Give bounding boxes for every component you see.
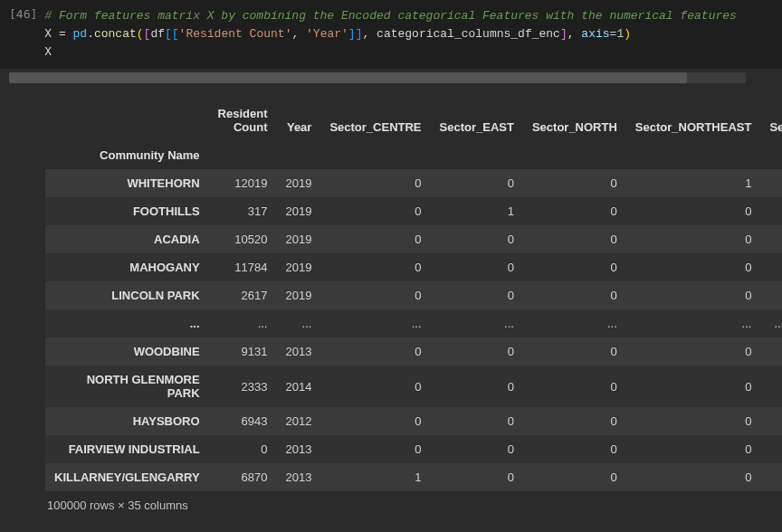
row-index: WOODBINE: [45, 337, 209, 366]
table-row: LINCOLN PARK261720190000: [45, 281, 782, 309]
table-row: ACADIA1052020190000: [45, 225, 782, 253]
cell-value: ...: [276, 309, 320, 337]
row-index: ...: [45, 309, 209, 337]
cell-value: [760, 407, 782, 435]
tok: ,: [567, 27, 582, 41]
code-comment: # Form features matrix X by combining th…: [44, 9, 737, 23]
cell-value: 317: [209, 197, 277, 225]
cell-value: [760, 463, 782, 491]
cell-value: 0: [320, 407, 430, 435]
tok: 'Year': [306, 27, 348, 41]
cell-value: [760, 435, 782, 463]
cell-value: 2014: [276, 366, 320, 407]
cell-value: [760, 337, 782, 366]
cell-value: 2019: [276, 169, 320, 197]
col-header: Sector_CENTRE: [320, 100, 430, 141]
cell-value: 2333: [209, 366, 277, 407]
cell-value: 0: [431, 225, 523, 253]
cell-value: [760, 253, 782, 281]
row-index: ACADIA: [45, 225, 209, 253]
cell-value: 0: [431, 169, 523, 197]
row-index: LINCOLN PARK: [45, 281, 209, 309]
cell-prompt: [46]: [0, 7, 44, 62]
index-name: Community Name: [45, 141, 209, 169]
cell-value: 2019: [276, 253, 320, 281]
tok: =: [52, 27, 72, 41]
cell-value: 2019: [276, 225, 320, 253]
cell-value: 2019: [276, 197, 320, 225]
cell-value: 2019: [276, 281, 320, 309]
cell-value: 0: [431, 366, 523, 407]
cell-value: ...: [209, 309, 277, 337]
tok: ): [624, 27, 631, 41]
tok: ]: [560, 27, 567, 41]
cell-value: 0: [523, 435, 626, 463]
cell-value: 12019: [209, 169, 277, 197]
cell-value: 0: [320, 435, 430, 463]
row-index: KILLARNEY/GLENGARRY: [45, 463, 209, 491]
cell-value: 10520: [209, 225, 277, 253]
cell-value: 0: [320, 337, 430, 366]
code-cell[interactable]: [46] # Form features matrix X by combini…: [0, 0, 782, 69]
cell-value: 0: [626, 435, 761, 463]
cell-value: ...: [320, 309, 430, 337]
table-row: MAHOGANY1178420190000: [45, 253, 782, 281]
cell-value: ...: [431, 309, 523, 337]
cell-value: 2013: [276, 463, 320, 491]
cell-value: 0: [431, 281, 523, 309]
cell-value: 11784: [209, 253, 277, 281]
cell-value: 0: [431, 435, 523, 463]
cell-value: 9131: [209, 337, 277, 366]
cell-value: 6943: [209, 407, 277, 435]
cell-value: 0: [523, 197, 626, 225]
cell-value: 0: [626, 253, 761, 281]
tok: .: [87, 27, 94, 41]
tok: X: [44, 27, 52, 41]
col-header: Sector_NORTH: [523, 100, 626, 141]
col-header: ResidentCount: [209, 100, 277, 141]
horizontal-scrollbar[interactable]: [9, 72, 746, 83]
table-row: WHITEHORN1201920190001: [45, 169, 782, 197]
table-row: FOOTHILLS31720190100: [45, 197, 782, 225]
cell-value: 0: [523, 281, 626, 309]
code-area[interactable]: # Form features matrix X by combining th…: [44, 7, 782, 62]
tok: concat: [94, 27, 137, 41]
cell-value: [760, 366, 782, 407]
cell-value: [760, 197, 782, 225]
row-index: FAIRVIEW INDUSTRIAL: [45, 435, 209, 463]
cell-value: 1: [320, 463, 430, 491]
tok: ]]: [348, 27, 363, 41]
row-index: FOOTHILLS: [45, 197, 209, 225]
cell-value: 0: [431, 407, 523, 435]
cell-value: 0: [626, 225, 761, 253]
cell-value: 2013: [276, 337, 320, 366]
cell-value: 0: [523, 366, 626, 407]
cell-value: 0: [523, 169, 626, 197]
cell-value: 0: [320, 281, 430, 309]
cell-value: 0: [431, 337, 523, 366]
cell-value: ...: [760, 309, 782, 337]
cell-value: 1: [626, 169, 761, 197]
cell-value: [760, 281, 782, 309]
tok: X: [44, 45, 52, 59]
tok: 'Resident Count': [179, 27, 292, 41]
tok: ,: [291, 27, 306, 41]
dataframe-table: ResidentCount Year Sector_CENTRE Sector_…: [45, 100, 782, 491]
cell-value: 0: [626, 407, 761, 435]
cell-value: 0: [626, 337, 761, 366]
table-body: WHITEHORN1201920190001FOOTHILLS317201901…: [45, 169, 782, 491]
cell-value: 0: [320, 225, 430, 253]
tok: ,: [362, 27, 377, 41]
cell-value: 0: [320, 366, 430, 407]
tok: (: [137, 27, 144, 41]
tok: axis: [581, 27, 609, 41]
cell-value: 0: [626, 463, 761, 491]
table-row: WOODBINE913120130000: [45, 337, 782, 366]
table-row: KILLARNEY/GLENGARRY687020131000: [45, 463, 782, 491]
cell-value: 0: [320, 169, 430, 197]
cell-value: 0: [320, 197, 430, 225]
cell-value: 0: [431, 253, 523, 281]
table-head: ResidentCount Year Sector_CENTRE Sector_…: [45, 100, 782, 169]
cell-value: 2617: [209, 281, 277, 309]
cell-value: ...: [523, 309, 626, 337]
